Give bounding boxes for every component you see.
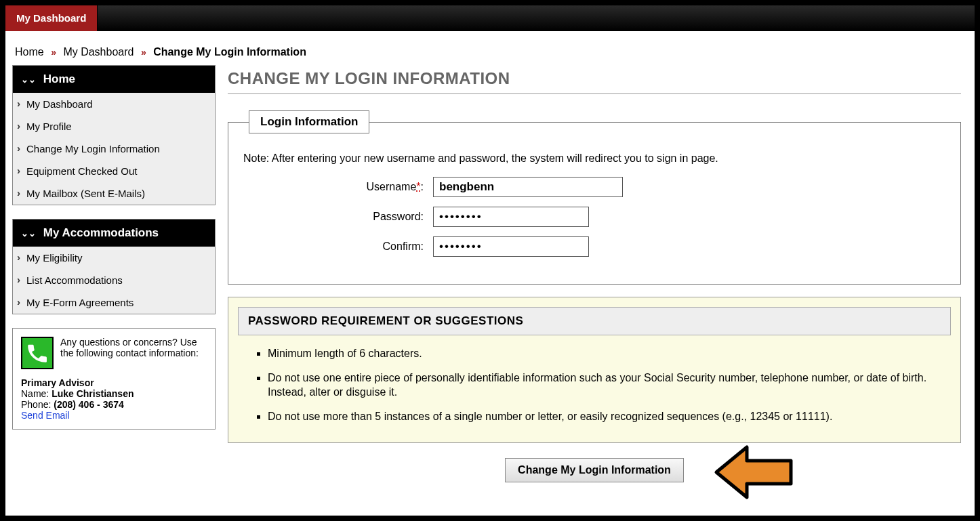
password-requirements-box: PASSWORD REQUIREMENT OR SUGGESTIONS Mini… bbox=[228, 297, 961, 443]
pw-req-item: Do not use one entire piece of personall… bbox=[268, 371, 951, 400]
required-star-icon: * bbox=[416, 181, 420, 192]
double-chevron-down-icon: ⌄⌄ bbox=[21, 228, 36, 238]
pw-req-item: Do not use more than 5 instances of a si… bbox=[268, 409, 951, 424]
password-requirements-title: PASSWORD REQUIREMENT OR SUGGESTIONS bbox=[238, 307, 951, 335]
sidebar-item-change-login[interactable]: Change My Login Information bbox=[13, 138, 215, 160]
page-title: CHANGE MY LOGIN INFORMATION bbox=[228, 65, 961, 94]
login-info-legend: Login Information bbox=[249, 110, 369, 133]
confirm-label: Confirm: bbox=[243, 241, 433, 253]
advisor-name-value: Luke Christiansen bbox=[52, 388, 134, 399]
contact-intro: Any questions or concerns? Use the follo… bbox=[60, 337, 207, 369]
advisor-phone-row: Phone: (208) 406 - 3674 bbox=[21, 399, 207, 410]
breadcrumb: Home » My Dashboard » Change My Login In… bbox=[12, 38, 968, 65]
nav-header-accommodations-label: My Accommodations bbox=[43, 226, 159, 239]
pointer-arrow-icon bbox=[710, 442, 798, 503]
double-chevron-down-icon: ⌄⌄ bbox=[21, 75, 36, 85]
password-label: Password: bbox=[243, 211, 433, 223]
send-email-link[interactable]: Send Email bbox=[21, 410, 70, 421]
chevron-right-icon: » bbox=[137, 47, 150, 58]
advisor-title: Primary Advisor bbox=[21, 377, 207, 388]
nav-section-accommodations: ⌄⌄ My Accommodations My Eligibility List… bbox=[12, 219, 216, 314]
username-input[interactable] bbox=[433, 177, 623, 197]
svg-marker-0 bbox=[716, 447, 791, 497]
advisor-name-row: Name: Luke Christiansen bbox=[21, 388, 207, 399]
advisor-phone-label: Phone: bbox=[21, 399, 51, 410]
sidebar-item-my-dashboard[interactable]: My Dashboard bbox=[13, 93, 215, 115]
advisor-phone-value: (208) 406 - 3674 bbox=[54, 399, 124, 410]
top-bar: My Dashboard bbox=[5, 5, 975, 31]
breadcrumb-current: Change My Login Information bbox=[153, 46, 306, 58]
nav-header-home-label: Home bbox=[43, 72, 75, 85]
sidebar-item-my-profile[interactable]: My Profile bbox=[13, 115, 215, 138]
sidebar: ⌄⌄ Home My Dashboard My Profile Change M… bbox=[12, 65, 216, 482]
nav-header-home[interactable]: ⌄⌄ Home bbox=[13, 66, 215, 93]
breadcrumb-home[interactable]: Home bbox=[15, 46, 44, 58]
sidebar-item-eform-agreements[interactable]: My E-Form Agreements bbox=[13, 291, 215, 314]
contact-box: Any questions or concerns? Use the follo… bbox=[12, 328, 216, 430]
breadcrumb-dashboard[interactable]: My Dashboard bbox=[63, 46, 134, 58]
sidebar-item-mailbox[interactable]: My Mailbox (Sent E-Mails) bbox=[13, 182, 215, 205]
login-note: Note: After entering your new username a… bbox=[243, 152, 945, 165]
login-info-fieldset: Login Information Note: After entering y… bbox=[228, 110, 961, 285]
pw-req-item: Minimum length of 6 characters. bbox=[268, 346, 951, 361]
chevron-right-icon: » bbox=[47, 47, 60, 58]
sidebar-item-equipment[interactable]: Equipment Checked Out bbox=[13, 160, 215, 182]
password-input[interactable] bbox=[433, 207, 589, 227]
tab-my-dashboard[interactable]: My Dashboard bbox=[5, 5, 98, 31]
confirm-input[interactable] bbox=[433, 236, 589, 257]
sidebar-item-eligibility[interactable]: My Eligibility bbox=[13, 247, 215, 269]
nav-section-home: ⌄⌄ Home My Dashboard My Profile Change M… bbox=[12, 65, 216, 205]
nav-header-accommodations[interactable]: ⌄⌄ My Accommodations bbox=[13, 220, 215, 247]
main-content: CHANGE MY LOGIN INFORMATION Login Inform… bbox=[228, 65, 968, 482]
change-login-button[interactable]: Change My Login Information bbox=[505, 458, 684, 482]
advisor-name-label: Name: bbox=[21, 388, 49, 399]
phone-icon bbox=[21, 337, 54, 369]
username-label: Username*: bbox=[243, 181, 433, 193]
sidebar-item-list-accommodations[interactable]: List Accommodations bbox=[13, 269, 215, 291]
